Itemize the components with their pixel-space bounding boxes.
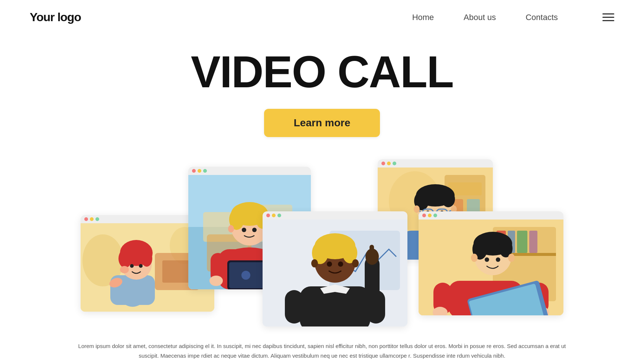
svg-point-29 bbox=[130, 264, 134, 268]
svg-point-66 bbox=[327, 261, 332, 267]
svg-point-31 bbox=[120, 266, 129, 273]
video-card-guy-sweater bbox=[419, 211, 563, 315]
hamburger-menu[interactable] bbox=[602, 13, 614, 21]
svg-point-115 bbox=[471, 254, 478, 262]
video-call-illustration: ♥ bbox=[81, 156, 563, 326]
svg-point-51 bbox=[252, 228, 257, 232]
svg-point-23 bbox=[121, 288, 144, 307]
navigation: Home About us Contacts bbox=[412, 13, 614, 22]
logo: Your logo bbox=[30, 10, 81, 24]
svg-point-116 bbox=[508, 254, 515, 262]
hero-title: VIDEO CALL bbox=[0, 49, 644, 94]
learn-more-button[interactable]: Learn more bbox=[264, 109, 380, 137]
svg-point-45 bbox=[241, 271, 250, 280]
svg-rect-56 bbox=[300, 286, 370, 326]
svg-point-67 bbox=[338, 261, 343, 267]
svg-point-52 bbox=[228, 225, 234, 233]
svg-point-82 bbox=[442, 191, 455, 207]
header: Your logo Home About us Contacts bbox=[0, 0, 644, 35]
svg-point-30 bbox=[139, 264, 143, 268]
svg-rect-57 bbox=[285, 290, 303, 324]
footer-paragraph: Lorem ipsum dolor sit amet, consectetur … bbox=[74, 341, 570, 360]
svg-point-69 bbox=[352, 259, 359, 267]
svg-rect-97 bbox=[517, 231, 527, 253]
nav-about[interactable]: About us bbox=[464, 13, 496, 22]
svg-rect-61 bbox=[370, 245, 374, 259]
video-card-woman-black bbox=[263, 211, 407, 326]
svg-point-27 bbox=[118, 249, 132, 268]
svg-point-90 bbox=[414, 205, 420, 213]
svg-rect-21 bbox=[162, 260, 192, 283]
svg-rect-98 bbox=[529, 231, 537, 253]
hero-section: VIDEO CALL Learn more bbox=[0, 35, 644, 144]
svg-point-68 bbox=[311, 259, 318, 267]
svg-point-28 bbox=[141, 250, 152, 267]
svg-point-113 bbox=[485, 257, 489, 262]
footer-text: Lorem ipsum dolor sit amet, consectetur … bbox=[0, 326, 644, 364]
nav-contacts[interactable]: Contacts bbox=[526, 13, 558, 22]
svg-point-41 bbox=[209, 276, 223, 286]
svg-point-114 bbox=[496, 257, 500, 262]
nav-home[interactable]: Home bbox=[412, 13, 434, 22]
svg-point-50 bbox=[242, 228, 246, 232]
